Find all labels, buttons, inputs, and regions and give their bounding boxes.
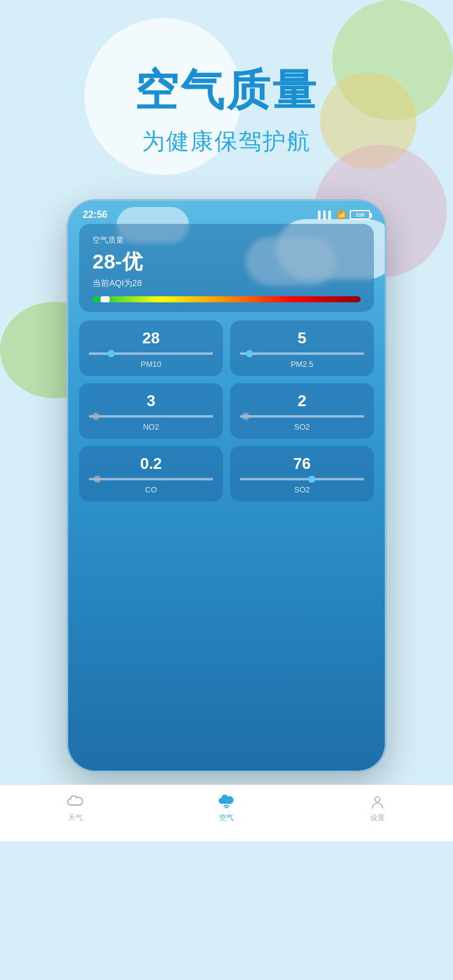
header-section: 空气质量 为健康保驾护航 (0, 0, 453, 181)
metric-card-so2: 2 SO2 (230, 383, 374, 439)
metric-bar-co (89, 478, 213, 480)
metric-name-so2: SO2 (240, 422, 364, 431)
aqi-card: 空气质量 28-优 当前AQI为28 (79, 224, 374, 312)
metric-bar-so2b (240, 478, 364, 480)
tab-weather[interactable]: 天气 (67, 795, 84, 823)
tab-weather-label: 天气 (68, 813, 83, 823)
metric-bar-pm10 (89, 352, 213, 355)
metric-name-co: CO (89, 485, 213, 494)
tab-settings-label: 设置 (370, 813, 385, 823)
phone-content: 空气质量 28-优 当前AQI为28 28 PM10 (68, 224, 385, 514)
weather-cloud-icon (67, 795, 84, 809)
metric-bar-line-no2 (89, 415, 213, 418)
metric-dot-so2b (308, 476, 315, 483)
metrics-grid: 28 PM10 5 PM2.5 (79, 320, 374, 501)
metric-name-so2b: SO2 (240, 485, 364, 494)
metric-bar-pm25 (240, 352, 364, 355)
tab-bar: 天气 空气 设置 (0, 784, 453, 841)
metric-value-so2b: 76 (240, 454, 364, 473)
metric-value-co: 0.2 (89, 454, 213, 473)
tab-air-label: 空气 (219, 813, 234, 823)
metric-value-pm25: 5 (240, 329, 364, 348)
signal-icon: ▌▌▌ (318, 211, 333, 219)
tab-settings[interactable]: 设置 (369, 795, 386, 823)
wifi-icon: 📶 (337, 211, 346, 219)
air-cloud-icon (218, 795, 235, 809)
aqi-bar-indicator (100, 296, 110, 302)
phone-status-bar: 22:56 ▌▌▌ 📶 100 (68, 201, 385, 224)
metric-name-pm10: PM10 (89, 360, 213, 369)
metric-value-so2: 2 (240, 392, 364, 410)
status-time: 22:56 (83, 209, 108, 220)
metric-bar-no2 (89, 415, 213, 418)
battery-icon: 100 (350, 210, 370, 220)
metric-dot-no2 (92, 413, 100, 420)
aqi-card-value: 28-优 (92, 248, 361, 276)
aqi-gradient-bar (92, 296, 361, 302)
metric-card-pm25: 5 PM2.5 (230, 320, 374, 376)
metric-bar-line-so2 (240, 415, 364, 418)
metric-card-co: 0.2 CO (79, 446, 223, 501)
metric-value-pm10: 28 (89, 329, 213, 348)
metric-value-no2: 3 (89, 392, 213, 410)
metric-dot-pm10 (108, 350, 115, 357)
metric-card-so2b: 76 SO2 (230, 446, 374, 501)
metric-card-pm10: 28 PM10 (79, 320, 223, 376)
metric-bar-so2 (240, 415, 364, 418)
metric-dot-co (94, 476, 101, 483)
aqi-card-desc: 当前AQI为28 (92, 278, 361, 289)
svg-point-0 (375, 797, 381, 803)
metric-name-no2: NO2 (89, 422, 213, 431)
phone-wrapper: 22:56 ▌▌▌ 📶 100 空气质量 28-优 当前AQI为28 (0, 199, 453, 772)
tab-air[interactable]: 空气 (218, 795, 235, 823)
metric-bar-line-co (89, 478, 213, 480)
settings-person-icon (369, 795, 386, 809)
aqi-card-label: 空气质量 (92, 235, 361, 246)
metric-bar-line-so2b (240, 478, 364, 480)
main-title: 空气质量 (0, 66, 453, 114)
sub-title: 为健康保驾护航 (0, 126, 453, 157)
metric-dot-pm25 (246, 350, 253, 357)
metric-bar-line-pm25 (240, 352, 364, 355)
metric-card-no2: 3 NO2 (79, 383, 223, 439)
metric-dot-so2 (242, 413, 249, 420)
metric-name-pm25: PM2.5 (240, 360, 364, 369)
phone-mockup: 22:56 ▌▌▌ 📶 100 空气质量 28-优 当前AQI为28 (66, 199, 387, 772)
status-icons: ▌▌▌ 📶 100 (318, 210, 370, 220)
